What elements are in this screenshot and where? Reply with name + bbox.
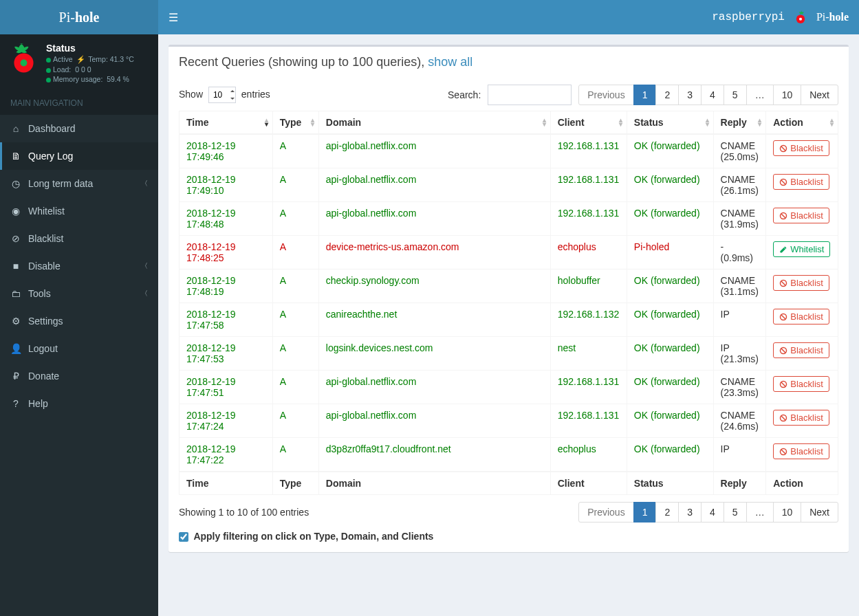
cell-status: OK (forwarded)	[627, 168, 713, 202]
cell-type[interactable]: A	[272, 438, 318, 472]
cell-time[interactable]: 2018-12-19 17:47:22	[180, 438, 273, 472]
page-4[interactable]: 4	[701, 85, 724, 105]
sidebar-item-donate[interactable]: ₽Donate	[0, 362, 158, 390]
table-row: 2018-12-19 17:47:53Alogsink.devices.nest…	[180, 337, 838, 371]
cell-type[interactable]: A	[272, 371, 318, 404]
page-1[interactable]: 1	[633, 502, 657, 522]
blacklist-button[interactable]: Blacklist	[773, 342, 829, 358]
sidebar-item-querylog[interactable]: 🗎Query Log	[0, 142, 158, 170]
sidebar-toggle[interactable]: ☰	[168, 11, 178, 24]
col-client[interactable]: Client▴▾	[550, 111, 627, 135]
col-time[interactable]: Time▴▾	[180, 111, 273, 135]
cell-client[interactable]: echoplus	[550, 438, 627, 472]
sidebar-item-disable[interactable]: ■Disable〈	[0, 252, 158, 280]
page-4[interactable]: 4	[701, 502, 724, 522]
cell-domain[interactable]: logsink.devices.nest.com	[318, 337, 550, 371]
cell-domain[interactable]: api-global.netflix.com	[318, 371, 550, 404]
blacklist-button[interactable]: Blacklist	[773, 410, 829, 426]
page-5[interactable]: 5	[724, 85, 747, 105]
cell-domain[interactable]: canireachthe.net	[318, 303, 550, 337]
col-domain[interactable]: Domain▴▾	[318, 111, 550, 135]
blacklist-button[interactable]: Blacklist	[773, 309, 829, 324]
cell-domain[interactable]: api-global.netflix.com	[318, 134, 550, 168]
cell-domain[interactable]: checkip.synology.com	[318, 270, 550, 303]
cell-client[interactable]: 192.168.1.131	[550, 202, 627, 236]
cell-domain[interactable]: d3p8zr0ffa9t17.cloudfront.net	[318, 438, 550, 472]
page-10[interactable]: 10	[773, 85, 802, 105]
cell-type[interactable]: A	[272, 337, 318, 371]
length-select[interactable]: 10	[208, 87, 236, 103]
cell-type[interactable]: A	[272, 134, 318, 168]
search-input[interactable]	[488, 85, 572, 105]
cell-type[interactable]: A	[272, 303, 318, 337]
cell-type[interactable]: A	[272, 236, 318, 270]
blacklist-button[interactable]: Blacklist	[773, 443, 829, 459]
sidebar-item-logout[interactable]: 👤Logout	[0, 335, 158, 362]
sidebar-item-longterm[interactable]: ◷Long term data〈	[0, 170, 158, 197]
table-row: 2018-12-19 17:47:22Ad3p8zr0ffa9t17.cloud…	[180, 438, 838, 472]
cell-time[interactable]: 2018-12-19 17:47:51	[180, 371, 273, 404]
cell-time[interactable]: 2018-12-19 17:47:58	[180, 303, 273, 337]
col-type[interactable]: Type▴▾	[272, 111, 318, 135]
col-reply[interactable]: Reply▴▾	[713, 111, 766, 135]
cell-domain[interactable]: device-metrics-us.amazon.com	[318, 236, 550, 270]
table-info: Showing 1 to 10 of 100 entries	[179, 507, 309, 518]
cell-domain[interactable]: api-global.netflix.com	[318, 404, 550, 438]
cell-status: OK (forwarded)	[627, 270, 713, 303]
cell-domain[interactable]: api-global.netflix.com	[318, 168, 550, 202]
cell-domain[interactable]: api-global.netflix.com	[318, 202, 550, 236]
sidebar-item-help[interactable]: ?Help	[0, 390, 158, 417]
page-3[interactable]: 3	[678, 85, 702, 105]
page-5[interactable]: 5	[724, 502, 747, 522]
logo[interactable]: Pi-hole	[0, 0, 158, 34]
page-2[interactable]: 2	[655, 85, 679, 105]
cell-client[interactable]: holobuffer	[550, 270, 627, 303]
cell-client[interactable]: 192.168.1.131	[550, 404, 627, 438]
blacklist-button[interactable]: Blacklist	[773, 208, 829, 223]
col-status[interactable]: Status▴▾	[627, 111, 713, 135]
blacklist-button[interactable]: Blacklist	[773, 275, 829, 291]
sidebar-item-dashboard[interactable]: ⌂Dashboard	[0, 115, 158, 142]
sidebar-item-tools[interactable]: 🗀Tools〈	[0, 280, 158, 307]
apply-filter-checkbox[interactable]	[179, 532, 188, 542]
whitelist-button[interactable]: Whitelist	[773, 241, 830, 257]
cell-time[interactable]: 2018-12-19 17:47:24	[180, 404, 273, 438]
blacklist-button[interactable]: Blacklist	[773, 174, 829, 190]
page-1[interactable]: 1	[633, 85, 657, 105]
cell-client[interactable]: 192.168.1.131	[550, 371, 627, 404]
page-prev[interactable]: Previous	[578, 85, 633, 105]
cell-client[interactable]: 192.168.1.131	[550, 134, 627, 168]
cell-client[interactable]: echoplus	[550, 236, 627, 270]
cell-time[interactable]: 2018-12-19 17:49:10	[180, 168, 273, 202]
page-next[interactable]: Next	[801, 85, 838, 105]
cell-type[interactable]: A	[272, 270, 318, 303]
page-10[interactable]: 10	[773, 502, 802, 522]
cell-type[interactable]: A	[272, 168, 318, 202]
cell-client[interactable]: 192.168.1.131	[550, 168, 627, 202]
cell-time[interactable]: 2018-12-19 17:48:48	[180, 202, 273, 236]
page-2[interactable]: 2	[655, 502, 679, 522]
page-prev[interactable]: Previous	[578, 502, 633, 522]
sidebar-item-whitelist[interactable]: ◉Whitelist	[0, 197, 158, 225]
cell-time[interactable]: 2018-12-19 17:48:25	[180, 236, 273, 270]
page-next[interactable]: Next	[801, 502, 838, 522]
table-row: 2018-12-19 17:48:25Adevice-metrics-us.am…	[180, 236, 838, 270]
sidebar-item-settings[interactable]: ⚙Settings	[0, 307, 158, 335]
cell-client[interactable]: nest	[550, 337, 627, 371]
svg-line-7	[781, 180, 785, 184]
brand-label[interactable]: Pi-hole	[816, 11, 849, 23]
nav-label: Dashboard	[28, 123, 76, 134]
cell-type[interactable]: A	[272, 202, 318, 236]
foot-reply: Reply	[713, 472, 766, 495]
page-3[interactable]: 3	[678, 502, 702, 522]
cell-time[interactable]: 2018-12-19 17:47:53	[180, 337, 273, 371]
sidebar-item-blacklist[interactable]: ⊘Blacklist	[0, 225, 158, 252]
show-all-link[interactable]: show all	[428, 55, 472, 69]
col-action[interactable]: Action▴▾	[766, 111, 838, 135]
cell-type[interactable]: A	[272, 404, 318, 438]
blacklist-button[interactable]: Blacklist	[773, 140, 829, 156]
cell-time[interactable]: 2018-12-19 17:49:46	[180, 134, 273, 168]
blacklist-button[interactable]: Blacklist	[773, 376, 829, 392]
cell-time[interactable]: 2018-12-19 17:48:19	[180, 270, 273, 303]
cell-client[interactable]: 192.168.1.132	[550, 303, 627, 337]
